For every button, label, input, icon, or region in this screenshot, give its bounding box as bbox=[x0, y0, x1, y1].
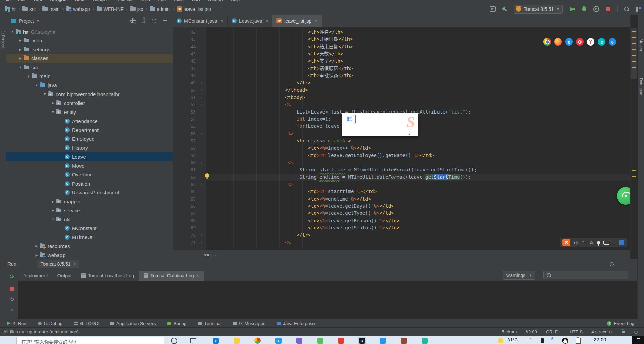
tree-item-entity[interactable]: ▼entity bbox=[6, 108, 173, 117]
warning-stripe-mark[interactable] bbox=[632, 176, 636, 177]
microphone-icon[interactable] bbox=[597, 241, 600, 244]
warning-stripe-mark[interactable] bbox=[632, 31, 636, 32]
fold-marker-icon[interactable]: ∧ bbox=[199, 79, 204, 86]
tab-leave-java[interactable]: CLeave.java× bbox=[228, 15, 272, 27]
tree-item-util[interactable]: ▼util bbox=[6, 215, 173, 224]
run-configuration-select[interactable]: Tomcat 8.5.51 ▼ bbox=[514, 5, 563, 14]
tree-item--settings[interactable]: ▶.settings bbox=[6, 45, 173, 54]
intention-lightbulb-icon[interactable] bbox=[205, 173, 209, 178]
toolwindow-button-project[interactable]: 1: Project bbox=[1, 31, 5, 48]
menu-help[interactable]: Help bbox=[231, 0, 240, 2]
toolwindow-button-4--run[interactable]: 4: Run bbox=[7, 321, 26, 326]
breadcrumb-item-WEB-INF[interactable]: WEB-INF bbox=[97, 6, 124, 12]
edge-blue-browser-icon[interactable]: e bbox=[609, 38, 616, 46]
taskbar-app-app-teal[interactable] bbox=[421, 337, 429, 344]
tree-item-department[interactable]: CDepartment bbox=[6, 125, 173, 134]
toolwindow-button-6--todo[interactable]: 6: TODO bbox=[74, 321, 99, 326]
toolwindow-button-0--messages[interactable]: 0: Messages bbox=[233, 321, 265, 326]
tree-item-move[interactable]: CMove bbox=[6, 161, 173, 170]
chevron-down-icon[interactable]: ▼ bbox=[37, 19, 40, 23]
task-view-icon[interactable] bbox=[189, 337, 197, 344]
tree-item-history[interactable]: CHistory bbox=[6, 143, 173, 152]
taskbar-app-intellij-idea[interactable]: IJ bbox=[358, 337, 366, 344]
run-settings-gear-icon[interactable] bbox=[610, 262, 614, 266]
run-tab-tomcat-catalina-log[interactable]: Tomcat Catalina Log× bbox=[139, 271, 204, 281]
menu-file[interactable]: File bbox=[3, 0, 11, 2]
lock-icon[interactable] bbox=[622, 331, 625, 333]
fold-marker-icon[interactable]: ∨ bbox=[199, 159, 204, 166]
ime-toolbox-icon[interactable]: ↑ bbox=[613, 240, 615, 245]
menu-view[interactable]: View bbox=[33, 0, 42, 2]
tree-item-hr[interactable]: ▼hrG:\study\hr bbox=[6, 27, 173, 36]
toolwindow-button-java-enterprise[interactable]: Java Enterprise bbox=[277, 321, 315, 326]
breadcrumb-item-jsp[interactable]: jsp bbox=[130, 6, 143, 12]
expand-all-icon[interactable]: » bbox=[9, 307, 15, 313]
chevron-down-icon[interactable]: ∨ bbox=[408, 131, 411, 136]
tree-item-position[interactable]: CPosition bbox=[6, 179, 173, 188]
clock-label[interactable]: 22:00 bbox=[594, 337, 606, 342]
menu-refactor[interactable]: Refactor bbox=[116, 0, 133, 2]
taskbar-app-netease-music[interactable] bbox=[337, 337, 345, 344]
tree-expanded-arrow-icon[interactable]: ▼ bbox=[43, 92, 47, 96]
tree-collapsed-arrow-icon[interactable]: ▶ bbox=[18, 48, 22, 51]
menu-build[interactable]: Build bbox=[140, 0, 150, 2]
tree-expanded-arrow-icon[interactable]: ▼ bbox=[18, 66, 22, 69]
run-tab-deployment[interactable]: Deployment bbox=[18, 271, 53, 281]
menu-navigate[interactable]: Navigate bbox=[50, 0, 67, 2]
fold-marker-icon[interactable]: ∨ bbox=[199, 239, 204, 246]
breadcrumb-item-webapp[interactable]: webapp bbox=[66, 6, 90, 12]
tree-item-webapp[interactable]: ▶webapp bbox=[6, 251, 173, 259]
tree-item-main[interactable]: ▼main bbox=[6, 72, 173, 81]
ime-punctuation-icon[interactable]: °· bbox=[582, 240, 586, 245]
fold-marker-icon[interactable]: ∧ bbox=[199, 231, 204, 239]
tree-item-employee[interactable]: CEmployee bbox=[6, 135, 173, 143]
coverage-button[interactable] bbox=[593, 6, 600, 13]
console-output[interactable] bbox=[18, 281, 637, 319]
locate-file-icon[interactable] bbox=[130, 18, 135, 23]
taskbar-app-wechat[interactable] bbox=[316, 337, 324, 344]
tree-expanded-arrow-icon[interactable]: ▼ bbox=[10, 30, 14, 33]
menu-window[interactable]: Window bbox=[208, 0, 223, 2]
breadcrumb-item-hr[interactable]: hr bbox=[5, 6, 16, 12]
tree-item-java[interactable]: ▼java bbox=[6, 81, 173, 90]
temperature-label[interactable]: 31°C bbox=[507, 337, 518, 342]
ime-emoji-icon[interactable]: ☺ bbox=[589, 240, 594, 245]
taskbar-app-app-purple[interactable] bbox=[295, 337, 303, 344]
sogou-logo-icon[interactable]: S bbox=[562, 239, 570, 246]
tree-collapsed-arrow-icon[interactable]: ▶ bbox=[18, 39, 22, 42]
project-structure-icon[interactable] bbox=[635, 6, 642, 13]
toolwindow-button-spring[interactable]: Spring bbox=[167, 321, 186, 326]
hector-inspection-icon[interactable]: ☺ bbox=[633, 329, 639, 335]
ime-candidate-popup[interactable]: E S ∨ bbox=[342, 113, 418, 136]
taskbar-search-box[interactable]: 在这里输入你要搜索的内容 bbox=[16, 337, 164, 344]
warning-stripe-mark[interactable] bbox=[632, 55, 636, 56]
notification-panel-icon[interactable]: ☰ bbox=[632, 336, 644, 344]
tree-item-resources[interactable]: ▶resources bbox=[6, 242, 173, 251]
warning-stripe-mark[interactable] bbox=[632, 67, 636, 68]
taskbar-app-app-brown[interactable] bbox=[400, 337, 408, 344]
toolwindow-button-application-servers[interactable]: Application Servers bbox=[110, 321, 156, 326]
warning-stripe-mark[interactable] bbox=[632, 43, 636, 44]
menu-edit[interactable]: Edit bbox=[18, 0, 25, 2]
tray-expand-chevron[interactable]: ⌃ bbox=[528, 337, 532, 342]
tree-item-com-bjpowernode-hospitalhr[interactable]: ▼com.bjpowernode.hospitalhr bbox=[6, 90, 173, 99]
cortana-icon[interactable] bbox=[170, 337, 178, 344]
tree-collapsed-arrow-icon[interactable]: ▶ bbox=[18, 57, 22, 60]
menu-run[interactable]: Run bbox=[158, 0, 166, 2]
taskbar-app-explorer[interactable] bbox=[233, 337, 241, 344]
tree-item-service[interactable]: ▶service bbox=[6, 206, 173, 215]
console-search-input[interactable] bbox=[543, 271, 628, 279]
menu-tools[interactable]: Tools bbox=[173, 0, 183, 2]
taskbar-app-edge[interactable]: e bbox=[212, 337, 220, 344]
fold-marker-icon[interactable]: ∧ bbox=[199, 130, 204, 137]
run-tab-tomcat-localhost-log[interactable]: Tomcat Localhost Log bbox=[76, 271, 139, 281]
tree-expanded-arrow-icon[interactable]: ▼ bbox=[51, 218, 55, 221]
build-hammer-icon[interactable] bbox=[501, 6, 508, 13]
tree-item-controller[interactable]: ▶controller bbox=[6, 99, 173, 107]
tree-item-classes[interactable]: ▶classes bbox=[6, 54, 173, 63]
sogou-ime-toolbar[interactable]: S 中 °· ☺ ↑ bbox=[560, 238, 627, 247]
ie-browser-icon[interactable]: e bbox=[565, 38, 573, 46]
close-icon[interactable]: × bbox=[266, 18, 268, 23]
tree-collapsed-arrow-icon[interactable]: ▶ bbox=[35, 244, 39, 248]
warning-stripe-mark[interactable] bbox=[632, 49, 636, 50]
